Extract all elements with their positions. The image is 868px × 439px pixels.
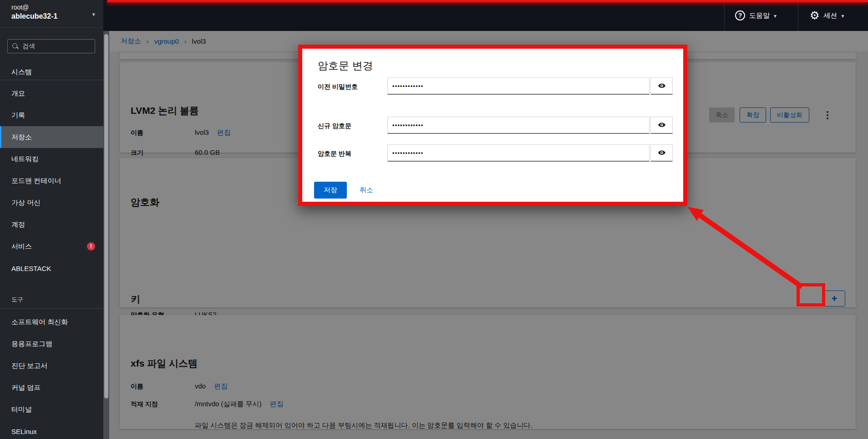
sidebar-item-terminal[interactable]: 터미널	[0, 398, 103, 420]
cancel-button[interactable]: 취소	[360, 186, 373, 194]
scrollbar-thumb[interactable]	[104, 34, 108, 398]
gear-icon: ⚙	[810, 10, 820, 20]
session-label: 세션	[824, 11, 838, 20]
sidebar-item-podman[interactable]: 포드맨 컨테이너	[0, 170, 103, 192]
new-passphrase-label: 신규 암호문	[318, 122, 351, 130]
sidebar-item-diagnostic-reports[interactable]: 진단 보고서	[0, 355, 103, 377]
masthead-divider	[798, 0, 798, 31]
repeat-passphrase-input[interactable]	[387, 144, 650, 162]
sidebar-item-kernel-dump[interactable]: 커널 덤프	[0, 377, 103, 398]
sidebar-item-software-updates[interactable]: 소프트웨어 최신화	[0, 311, 103, 333]
search-icon	[12, 43, 18, 49]
eye-icon	[657, 149, 667, 157]
chevron-down-icon: ▾	[92, 11, 95, 18]
eye-icon	[657, 122, 667, 129]
page: ? 도움말 ▾ ⚙ 세션 ▾ root@ ablecube32-1 ▾ 검색 시…	[0, 0, 868, 439]
nav-section-system: 시스템	[11, 68, 32, 77]
search-input[interactable]: 검색	[7, 39, 95, 53]
sidebar-item-selinux[interactable]: SELinux	[0, 420, 103, 439]
sidebar-item-ablestack[interactable]: ABLESTACK	[0, 257, 103, 279]
chevron-down-icon: ▾	[842, 12, 844, 19]
annotation-topline	[107, 0, 868, 2]
sidebar: 검색 시스템 개요 기록 저장소 네트워킹 포드맨 컨테이너 가상 머신 계정 …	[0, 29, 103, 439]
sidebar-item-networking[interactable]: 네트워킹	[0, 148, 103, 170]
sidebar-item-services[interactable]: 서비스 !	[0, 235, 103, 257]
host-user: root@	[11, 4, 29, 11]
eye-icon	[657, 82, 667, 90]
edit-button-annotation	[797, 283, 825, 306]
show-password-button[interactable]	[650, 77, 673, 95]
help-icon: ?	[735, 10, 745, 20]
repeat-passphrase-label: 암호문 반복	[318, 150, 351, 158]
nav-section-tools: 도구	[11, 296, 23, 304]
sidebar-item-accounts[interactable]: 계정	[0, 214, 103, 235]
divider	[0, 308, 103, 309]
show-password-button[interactable]	[650, 117, 673, 134]
help-menu[interactable]: ? 도움말 ▾	[735, 0, 777, 31]
sidebar-item-applications[interactable]: 응용프로그램	[0, 333, 103, 355]
sidebar-item-virtual-machines[interactable]: 가상 머신	[0, 192, 103, 214]
session-menu[interactable]: ⚙ 세션 ▾	[810, 0, 844, 31]
old-passphrase-label: 이전 비밀번호	[318, 83, 358, 91]
change-passphrase-dialog: 암호문 변경 이전 비밀번호 신규 암호문 암호문 반복 저장 취소	[298, 45, 687, 206]
dialog-title: 암호문 변경	[318, 59, 373, 73]
host-name: ablecube32-1	[11, 12, 57, 20]
alert-badge: !	[87, 242, 95, 250]
host-selector[interactable]: root@ ablecube32-1 ▾	[0, 0, 103, 28]
new-passphrase-input[interactable]	[387, 117, 650, 134]
search-placeholder: 검색	[22, 42, 35, 51]
show-password-button[interactable]	[650, 144, 673, 162]
old-passphrase-input[interactable]	[387, 77, 650, 95]
divider	[0, 80, 103, 80]
sidebar-item-overview[interactable]: 개요	[0, 82, 103, 104]
chevron-down-icon: ▾	[774, 12, 777, 19]
masthead-divider	[724, 0, 725, 31]
scrollbar[interactable]	[103, 31, 109, 439]
sidebar-item-storage[interactable]: 저장소	[0, 126, 103, 148]
save-button[interactable]: 저장	[314, 182, 347, 199]
help-label: 도움말	[749, 11, 770, 20]
sidebar-item-logs[interactable]: 기록	[0, 104, 103, 126]
